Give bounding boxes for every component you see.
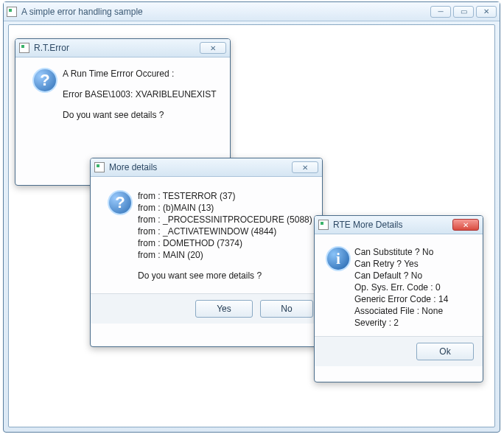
caption-buttons: ─ ▭ ✕ xyxy=(430,6,497,18)
dialog-rte-more-buttons: Ok xyxy=(315,336,483,366)
app-client-area: R.T.Error ✕ ? A Run Time Errror Occured … xyxy=(8,24,495,427)
dialog-more-details-buttons: Yes No xyxy=(91,293,322,324)
dialog-rte-more-title: RTE More Details xyxy=(333,220,452,230)
rte-l1: Can Substitute ? No xyxy=(354,246,472,258)
app-titlebar: A simple error handling sample ─ ▭ ✕ xyxy=(4,2,500,21)
no-button[interactable]: No xyxy=(260,300,313,318)
rte-l2: Can Retry ? Yes xyxy=(354,258,472,270)
minimize-button[interactable]: ─ xyxy=(430,6,451,18)
rt-error-line1: A Run Time Errror Occured : xyxy=(63,68,218,80)
md-prompt: Do you want see more details ? xyxy=(138,270,312,282)
md-l2: from : (b)MAIN (13) xyxy=(138,202,312,214)
md-l3: from : _PROCESSINITPROCEDURE (5088) xyxy=(138,214,312,226)
dialog-rt-error-close-button[interactable]: ✕ xyxy=(200,42,226,54)
rte-l7: Severity : 2 xyxy=(354,317,472,329)
dialog-rt-error-content: ? A Run Time Errror Occured : Error BASE… xyxy=(15,57,230,127)
dialog-more-details-close-button[interactable]: ✕ xyxy=(292,161,318,173)
app-title: A simple error handling sample xyxy=(21,7,430,17)
question-icon: ? xyxy=(32,68,57,93)
dialog-more-details-titlebar[interactable]: More details ✕ xyxy=(91,158,322,177)
dialog-rte-more-close-button[interactable]: ✕ xyxy=(452,219,479,231)
dialog-more-details-icon xyxy=(94,162,105,172)
rt-error-line2: Error BASE\1003: XVARIBLEUNEXIST xyxy=(63,88,218,100)
question-icon: ? xyxy=(108,190,133,215)
close-button[interactable]: ✕ xyxy=(476,6,497,18)
dialog-rt-error-titlebar[interactable]: R.T.Error ✕ xyxy=(15,39,230,57)
dialog-rt-error-title: R.T.Error xyxy=(34,43,200,53)
rte-l3: Can Default ? No xyxy=(354,270,472,282)
dialog-rte-more-titlebar[interactable]: RTE More Details ✕ xyxy=(315,216,483,234)
dialog-more-details-title: More details xyxy=(109,162,292,172)
dialog-more-details-content: ? from : TESTERROR (37) from : (b)MAIN (… xyxy=(91,177,322,293)
md-l4: from : _ACTIVATEWINDOW (4844) xyxy=(138,226,312,237)
app-window: A simple error handling sample ─ ▭ ✕ R.T… xyxy=(3,1,500,433)
rte-l5: Generic Error Code : 14 xyxy=(354,293,472,305)
dialog-rte-more: RTE More Details ✕ i Can Substitute ? No… xyxy=(314,215,483,382)
md-l5: from : DOMETHOD (7374) xyxy=(138,237,312,249)
dialog-rte-more-content: i Can Substitute ? No Can Retry ? Yes Ca… xyxy=(315,234,483,336)
info-icon: i xyxy=(326,246,351,271)
maximize-button[interactable]: ▭ xyxy=(453,6,474,18)
md-l1: from : TESTERROR (37) xyxy=(138,190,312,202)
dialog-more-details: More details ✕ ? from : TESTERROR (37) f… xyxy=(90,158,323,347)
rte-l6: Associated File : None xyxy=(354,305,472,317)
dialog-rte-more-icon xyxy=(318,220,329,230)
md-l6: from : MAIN (20) xyxy=(138,249,312,261)
rt-error-line3: Do you want see details ? xyxy=(63,109,218,121)
ok-button[interactable]: Ok xyxy=(416,343,474,360)
yes-button[interactable]: Yes xyxy=(195,300,253,318)
rte-l4: Op. Sys. Err. Code : 0 xyxy=(354,282,472,293)
dialog-rt-error-icon xyxy=(19,43,29,53)
app-icon xyxy=(7,7,17,17)
